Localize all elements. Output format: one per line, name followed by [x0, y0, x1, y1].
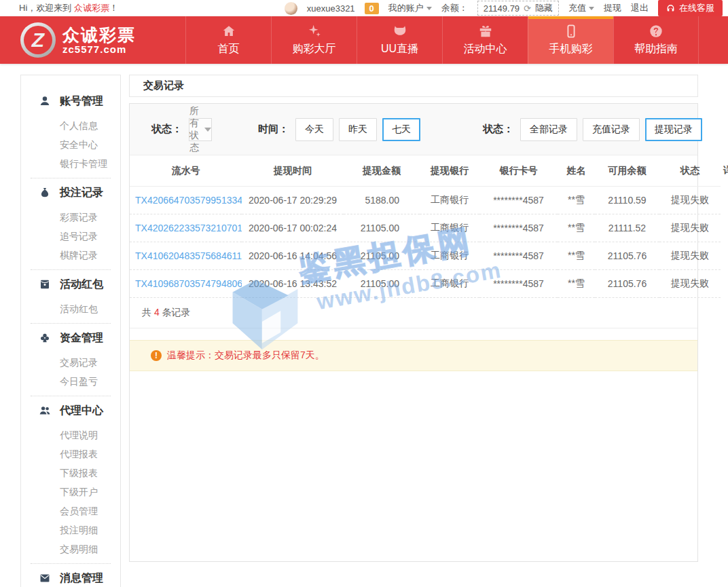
column-header: 银行卡号 [479, 155, 558, 187]
welcome-message: Hi，欢迎来到 众诚彩票！ [19, 2, 285, 14]
club-icon [39, 332, 51, 344]
nav-item-label: 帮助指南 [634, 42, 678, 56]
time-filter-button[interactable]: 七天 [382, 118, 420, 141]
sidebar-item[interactable]: 今日盈亏 [21, 372, 120, 391]
nav-item-mobile-lottery[interactable]: 手机购彩 [528, 16, 613, 64]
nav-item-activity-center[interactable]: 活动中心 [442, 16, 528, 64]
time-filter-button[interactable]: 今天 [295, 118, 333, 141]
welcome-prefix: Hi，欢迎来到 [19, 3, 74, 13]
sidebar-item[interactable]: 彩票记录 [21, 208, 120, 227]
type-filter-group: 全部记录充值记录提现记录 [520, 118, 702, 141]
type-filter-button[interactable]: 全部记录 [520, 118, 577, 141]
nav-item-help-guide[interactable]: 帮助指南 [613, 16, 699, 64]
withdraw-amount-cell: 21105.00 [344, 214, 420, 242]
sidebar-header-funds-management[interactable]: 资金管理 [21, 328, 120, 347]
avatar[interactable] [285, 2, 297, 15]
sidebar-item[interactable]: 下级报表 [21, 463, 120, 482]
headset-icon [666, 4, 675, 13]
brand-name: 众诚彩票 [74, 3, 109, 13]
sidebar-item[interactable]: 下级开户 [21, 482, 120, 501]
sidebar-section-title: 投注记录 [60, 186, 103, 200]
sidebar-header-account-management[interactable]: 账号管理 [21, 92, 120, 111]
sidebar-section-title: 账号管理 [60, 94, 103, 109]
sidebar-section-title: 活动红包 [60, 278, 103, 292]
table-header-row: 流水号提现时间提现金额提现银行银行卡号姓名可用余额状态详情 [130, 155, 721, 187]
sidebar-item[interactable]: 安全中心 [21, 135, 120, 154]
withdraw-amount-cell: 21105.00 [344, 270, 420, 298]
time-filter-label: 时间： [258, 123, 289, 136]
message-count-badge[interactable]: 0 [365, 3, 379, 14]
logo-mark-icon: Z [20, 22, 56, 58]
bank-cell: 工商银行 [420, 270, 479, 298]
sidebar-item[interactable]: 交易明细 [21, 539, 120, 558]
refresh-icon[interactable]: ⟳ [524, 3, 531, 14]
phone-icon [564, 24, 579, 39]
txn-id-link[interactable]: TX410620483575684611 [130, 242, 242, 270]
sidebar-item[interactable]: 会员管理 [21, 501, 120, 520]
card-number-cell: ********4587 [479, 270, 558, 298]
sidebar-item[interactable]: 棋牌记录 [21, 246, 120, 265]
username[interactable]: xuexue3321 [307, 3, 355, 14]
sidebar-item[interactable]: 个人信息 [21, 116, 120, 135]
column-header: 可用余额 [595, 155, 659, 187]
recharge-menu[interactable]: 充值 [568, 2, 594, 14]
warning-icon: ! [151, 350, 162, 361]
balance-cell: 21110.59 [595, 187, 659, 214]
notice-banner: ! 温馨提示：交易记录最多只保留7天。 [130, 340, 697, 371]
table-header: 流水号提现时间提现金额提现银行银行卡号姓名可用余额状态详情 [130, 155, 721, 187]
sidebar-item[interactable]: 追号记录 [21, 227, 120, 246]
my-account-menu[interactable]: 我的账户 [388, 2, 432, 14]
time-filter-button[interactable]: 昨天 [339, 118, 377, 141]
sidebar-section-activity-redpacket: 活动红包活动红包 [21, 275, 120, 318]
card-number-cell: ********4587 [479, 214, 558, 242]
sidebar-section-message-management: 消息管理站内信 [21, 569, 120, 587]
sidebar-item[interactable]: 代理报表 [21, 444, 120, 463]
sidebar-section-betting-records: 投注记录彩票记录追号记录棋牌记录 [21, 183, 120, 265]
sidebar-header-message-management[interactable]: 消息管理 [21, 569, 120, 587]
withdraw-link[interactable]: 提现 [604, 2, 621, 14]
nav-item-home[interactable]: 首页 [185, 16, 271, 64]
txn-id-link[interactable]: TX420262233573210701 [130, 214, 242, 242]
main-content: 交易记录 状态： 所有状态 时间： 今天昨天七天 状态： 全部记录充值记录提现记… [129, 75, 698, 562]
dropdown-caret-icon [204, 128, 211, 132]
status-filter-label: 状态： [151, 123, 182, 136]
column-header: 状态 [659, 155, 721, 187]
sidebar-item[interactable]: 银行卡管理 [21, 154, 120, 173]
cat-live-icon [393, 24, 407, 39]
nav-item-lottery-hall[interactable]: 购彩大厅 [271, 16, 357, 64]
name-cell: **雪 [558, 214, 595, 242]
site-logo[interactable]: Z 众诚彩票 zc5577.com [0, 16, 185, 64]
time-filter-group: 今天昨天七天 [295, 118, 420, 141]
sidebar-header-activity-redpacket[interactable]: 活动红包 [21, 275, 120, 294]
customer-service-button[interactable]: 在线客服 [658, 0, 723, 16]
table-row: TX4206647035799513342020-06-17 20:29:295… [130, 187, 721, 214]
sidebar-divider [31, 269, 111, 270]
sidebar-section-funds-management: 资金管理交易记录今日盈亏 [21, 328, 120, 391]
sidebar-section-title: 代理中心 [60, 404, 103, 418]
name-cell: **雪 [558, 242, 595, 270]
logout-link[interactable]: 退出 [631, 2, 649, 14]
type-filter-button[interactable]: 充值记录 [583, 118, 640, 141]
type-filter-button[interactable]: 提现记录 [645, 118, 702, 141]
txn-id-link[interactable]: TX410968703574794806 [130, 270, 242, 298]
nav-item-uu-live[interactable]: UU直播 [357, 16, 442, 64]
sidebar-item[interactable]: 活动红包 [21, 299, 120, 318]
sidebar: 账号管理个人信息安全中心银行卡管理投注记录彩票记录追号记录棋牌记录活动红包活动红… [20, 75, 121, 587]
nav-item-label: 活动中心 [464, 42, 507, 56]
welcome-suffix: ！ [109, 3, 118, 13]
sidebar-item[interactable]: 代理说明 [21, 425, 120, 444]
user-icon [39, 95, 51, 107]
balance-cell: 21111.52 [595, 214, 659, 242]
page-title: 交易记录 [129, 75, 698, 97]
sidebar-section-title: 消息管理 [60, 571, 103, 586]
txn-id-link[interactable]: TX420664703579951334 [130, 187, 242, 214]
sidebar-header-betting-records[interactable]: 投注记录 [21, 183, 120, 202]
status-dropdown[interactable]: 所有状态 [189, 118, 212, 141]
sidebar-header-agent-center[interactable]: 代理中心 [21, 401, 120, 420]
sidebar-item[interactable]: 交易记录 [21, 353, 120, 372]
balance-box: 21149.79 ⟳ 隐藏 [477, 1, 559, 16]
sidebar-item[interactable]: 投注明细 [21, 520, 120, 539]
balance-label: 余额： [441, 2, 468, 14]
hide-balance-link[interactable]: 隐藏 [535, 2, 553, 14]
sidebar-divider [31, 178, 111, 178]
